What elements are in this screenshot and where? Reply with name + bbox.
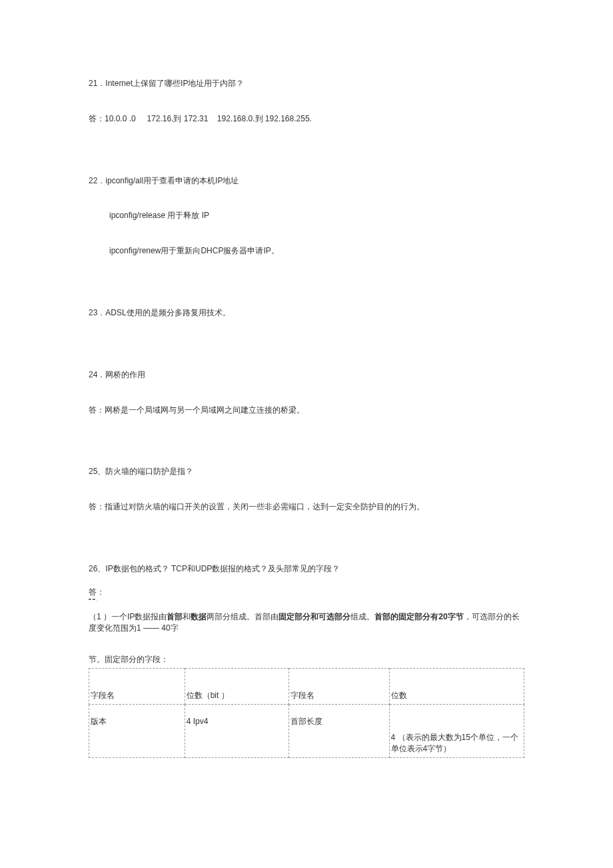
table-cell: 位数（bit ） (185, 668, 289, 704)
cell-text: 位数（bit ） (185, 690, 289, 704)
cell-text: 首部长度 (289, 716, 388, 746)
question-21-line: 21． Internet上保留了哪些IP地址用于内部？ (89, 78, 524, 89)
p1a: （1 ）一个IP数据报由 (89, 612, 167, 621)
cell-text: 版本 (89, 716, 185, 746)
q21-number: 21． (89, 78, 105, 89)
q24-answer: 答：网桥是一个局域网与另一个局域网之间建立连接的桥梁。 (89, 405, 524, 416)
q25-text: 防火墙的端口防护是指？ (105, 466, 193, 477)
cell-text: 字段名 (89, 690, 185, 704)
table-cell: 字段名 (89, 668, 185, 704)
q21-answer: 答：10.0.0 .0 172.16.到 172.31 192.168.0.到 … (89, 113, 524, 125)
q26-text: IP数据包的格式？ TCP和UDP数据报的格式？及头部常见的字段？ (105, 563, 340, 575)
question-21: 21． Internet上保留了哪些IP地址用于内部？ 答：10.0.0 .0 … (89, 78, 524, 125)
q23-number: 23． (89, 307, 105, 319)
question-25: 25、 防火墙的端口防护是指？ 答：指通过对防火墙的端口开关的设置，关闭一些非必… (89, 466, 524, 513)
q24-text: 网桥的作用 (105, 369, 145, 381)
q22-line3: ipconfig/renew用于重新向DHCP服务器申请IP。 (89, 245, 524, 257)
table-row: 字段名 位数（bit ） 字段名 位数 (89, 668, 524, 704)
question-24: 24． 网桥的作用 答：网桥是一个局域网与另一个局域网之间建立连接的桥梁。 (89, 369, 524, 416)
table-cell: 4 Ipv4 (185, 704, 289, 757)
p1c: 和 (183, 612, 191, 621)
q26-number: 26、 (89, 563, 105, 575)
q22-line2: ipconfig/release 用于释放 IP (89, 210, 524, 221)
question-23: 23． ADSL使用的是频分多路复用技术。 (89, 307, 524, 319)
table-cell: 版本 (89, 704, 185, 757)
cell-text: 4 （表示的最大数为15个单位，一个单位表示4字节） (390, 732, 524, 757)
ip-header-table: 字段名 位数（bit ） 字段名 位数 版本 4 Ipv4 首部长度 4 （表示… (89, 668, 524, 758)
q26-answer-prefix2: ᄄᄄ: (89, 598, 524, 603)
p1g: 组成。 (350, 612, 374, 621)
q25-line: 25、 防火墙的端口防护是指？ (89, 466, 524, 477)
q24-line: 24． 网桥的作用 (89, 369, 524, 381)
question-22: 22． ipconfig/all用于查看申请的本机IP地址 ipconfig/r… (89, 175, 524, 257)
q23-text: ADSL使用的是频分多路复用技术。 (105, 307, 230, 319)
q26-answer-prefix: 答： (89, 588, 524, 597)
q26-paragraph-1: （1 ）一个IP数据报由首部和数据两部分组成。首部由固定部分和可选部分组成。首部… (89, 611, 524, 634)
cell-text: 4 Ipv4 (185, 716, 289, 746)
table-cell: 首部长度 (289, 704, 389, 757)
cell-text: 位数 (390, 690, 524, 704)
table-cell: 字段名 (289, 668, 389, 704)
p1f: 固定部分和可选部分 (279, 612, 350, 621)
q24-number: 24． (89, 369, 105, 381)
p1h: 首部的固定部分有20字节 (374, 612, 463, 621)
cell-text: 字段名 (289, 690, 388, 704)
q25-number: 25、 (89, 466, 105, 477)
q22-line1: ipconfig/all用于查看申请的本机IP地址 (105, 175, 239, 187)
table-cell: 4 （表示的最大数为15个单位，一个单位表示4字节） (389, 704, 524, 757)
p1d: 数据 (191, 612, 207, 621)
table-row: 版本 4 Ipv4 首部长度 4 （表示的最大数为15个单位，一个单位表示4字节… (89, 704, 524, 757)
q21-text: Internet上保留了哪些IP地址用于内部？ (105, 78, 244, 89)
p1b: 首部 (167, 612, 183, 621)
q26-table-intro: 节。固定部分的字段： (89, 654, 524, 665)
q25-answer: 答：指通过对防火墙的端口开关的设置，关闭一些非必需端口，达到一定安全防护目的的行… (89, 501, 524, 513)
p1e: 两部分组成。首部由 (207, 612, 279, 621)
q22-number: 22． (89, 175, 105, 187)
table-cell: 位数 (389, 668, 524, 704)
question-26: 26、 IP数据包的格式？ TCP和UDP数据报的格式？及头部常见的字段？ 答：… (89, 563, 524, 758)
q23-line: 23． ADSL使用的是频分多路复用技术。 (89, 307, 524, 319)
q22-line1-row: 22． ipconfig/all用于查看申请的本机IP地址 (89, 175, 524, 187)
q26-line: 26、 IP数据包的格式？ TCP和UDP数据报的格式？及头部常见的字段？ (89, 563, 524, 575)
